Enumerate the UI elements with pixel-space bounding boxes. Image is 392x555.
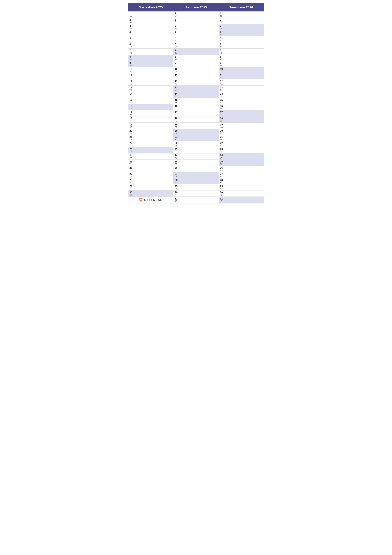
day-abbreviation: SU [129,21,172,23]
day-number: 18 [175,117,217,120]
day-number: 21 [175,136,217,139]
day-number: 10 [175,68,217,71]
day-abbreviation: TO [220,15,263,17]
day-abbreviation: TO [220,102,263,103]
day-abbreviation: PE [220,64,263,66]
nov-cell: 17MA [128,110,173,117]
day-abbreviation: TI [175,194,217,196]
dec-cell: 25TO [173,160,219,166]
nov-cell: 13TO [128,86,173,92]
nov-cell: 8LA [128,55,173,61]
day-row: 📅CALENDAR31KE31LA [128,197,264,204]
day-abbreviation: MA [220,169,263,171]
day-number: 25 [220,160,263,163]
day-abbreviation: SU [129,64,172,66]
day-abbreviation: PE [220,151,263,153]
day-abbreviation: MA [129,157,172,159]
day-abbreviation: TO [175,77,217,79]
day-abbreviation: SU [129,151,172,153]
dec-cell: 23TI [173,147,219,153]
day-abbreviation: TI [129,120,172,122]
nov-cell: 26KE [128,166,173,172]
day-abbreviation: SU [175,182,217,183]
header-november: Marraskuu 2025 [128,3,173,12]
jan-cell: 7KE [219,49,264,55]
day-number: 15 [129,99,172,102]
day-number: 5 [129,37,172,40]
jan-cell: 10LA [219,67,264,73]
day-number: 23 [175,148,217,151]
day-abbreviation: TI [220,175,263,177]
dec-cell: 12PE [173,80,219,86]
day-number: 20 [220,129,263,132]
dec-cell: 9TI [173,61,219,67]
day-abbreviation: TI [175,151,217,153]
jan-cell: 24LA [219,153,264,160]
day-number: 16 [175,105,217,108]
day-abbreviation: PE [220,21,263,23]
day-row: 1LA1MA1TO [128,12,264,18]
dec-cell: 26PE [173,166,219,172]
jan-cell: 5MA [219,36,264,42]
day-abbreviation: TI [175,108,217,110]
day-abbreviation: PE [129,95,172,97]
jan-cell: 12MA [219,80,264,86]
nov-cell: 6TO [128,42,173,49]
day-abbreviation: KE [129,169,172,171]
day-abbreviation: TO [175,120,217,122]
day-row: 19KE19PE19MA [128,123,264,129]
jan-cell: 16PE [219,104,264,110]
header-row: Marraskuu 2025 Joulukuu 2025 Tammikuu 20… [128,3,264,12]
dec-cell: 7SU [173,49,219,55]
dec-cell: 11TO [173,73,219,80]
nov-cell: 12KE [128,80,173,86]
day-abbreviation: TI [175,21,217,23]
day-number: 7 [220,49,263,52]
day-abbreviation: SU [175,95,217,97]
day-number: 12 [220,80,263,83]
day-number: 31 [220,197,263,200]
jan-cell: 20TI [219,129,264,135]
day-abbreviation: LA [129,188,172,190]
day-number: 10 [129,68,172,71]
day-number: 2 [129,18,172,21]
jan-cell: 13TI [219,86,264,92]
day-row: 30SU30TI30PE [128,190,264,197]
day-row: 29LA29MA29TO [128,184,264,190]
day-abbreviation: TO [129,175,172,177]
day-row: 16SU16TI16PE [128,104,264,110]
calendar-icon: 📅 [139,198,143,202]
day-abbreviation: SU [175,139,217,140]
day-abbreviation: LA [220,27,263,29]
jan-cell: 29TO [219,184,264,190]
jan-cell: 23PE [219,147,264,153]
jan-cell: 19MA [219,123,264,129]
jan-cell: 9PE [219,61,264,67]
day-number: 2 [175,18,217,21]
day-abbreviation: KE [175,71,217,73]
day-number: 9 [175,62,217,64]
day-abbreviation: TI [220,89,263,91]
nov-cell: 9SU [128,61,173,67]
day-number: 11 [175,74,217,77]
day-number: 26 [175,167,217,169]
jan-cell: 6TI [219,42,264,49]
calendar-brand-text: CALENDAR [144,198,163,202]
nov-cell: 7PE [128,49,173,55]
day-number: 9 [129,62,172,64]
day-row: 18TI18TO18SU [128,117,264,123]
dec-cell: 14SU [173,92,219,98]
day-number: 17 [175,111,217,114]
day-abbreviation: SU [220,163,263,165]
jan-cell: 26MA [219,166,264,172]
day-abbreviation: LA [129,58,172,60]
nov-cell: 22LA [128,141,173,147]
day-number: 26 [129,167,172,169]
day-abbreviation: PE [175,169,217,171]
day-number: 28 [175,179,217,182]
nov-cell: 1LA [128,12,173,18]
day-abbreviation: LA [220,114,263,116]
day-abbreviation: MA [175,58,217,60]
day-abbreviation: SU [129,108,172,110]
day-row: 22LA22MA22TO [128,141,264,147]
